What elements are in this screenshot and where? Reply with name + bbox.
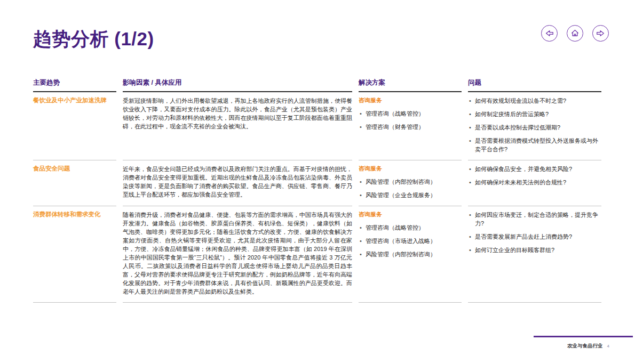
column-header-factors: 影响因素 / 具体应用	[123, 78, 352, 92]
solutions-cell: 咨询服务 风险管理（内部控制咨询） 风险管理（企业合规服务）	[359, 160, 462, 206]
solutions-cell: 咨询服务 管理咨询（战略管控） 管理咨询（财务管理）	[359, 92, 462, 160]
solution-item: 管理咨询（战略管控）	[359, 109, 462, 118]
questions-cell: 如何因应市场变迁，制定合适的策略，提升竞争力? 是否需要发展新产品去赶上消费趋势…	[468, 206, 601, 303]
footer-section-label: 农业与食品行业	[567, 343, 603, 350]
solution-category: 咨询服务	[359, 165, 462, 173]
question-item: 如何有效规划现金流以备不时之需?	[468, 96, 601, 105]
question-item: 如何订立企业的目标顾客群组?	[468, 246, 601, 254]
questions-list: 如何因应市场变迁，制定合适的策略，提升竞争力? 是否需要发展新产品去赶上消费趋势…	[468, 211, 601, 254]
solution-item: 管理咨询（财务管理）	[359, 123, 462, 131]
table-row: 食品安全问题 近年来，食品安全问题已经成为消费者以及政府部门关注的重点。而基于对…	[33, 160, 601, 206]
solutions-cell: 咨询服务 管理咨询（战略管控） 管理咨询（市场进入战略） 风险管理（内部控制咨询…	[359, 206, 462, 303]
solutions-list: 管理咨询（战略管控） 管理咨询（财务管理）	[359, 109, 462, 131]
solution-item: 管理咨询（市场进入战略）	[359, 237, 462, 245]
questions-list: 如何有效规划现金流以备不时之需? 如何制定疫情后的营运策略? 是否要以成本控制去…	[468, 96, 601, 153]
question-item: 如何制定疫情后的营运策略?	[468, 110, 601, 118]
footer-accent-line	[534, 336, 633, 337]
question-item: 如何因应市场变迁，制定合适的策略，提升竞争力?	[468, 211, 601, 228]
solutions-list: 风险管理（内部控制咨询） 风险管理（企业合规服务）	[359, 177, 462, 199]
solution-category: 咨询服务	[359, 211, 462, 219]
table-row: 餐饮业及中小产业加速洗牌 受新冠疫情影响，人们外出用餐欲望减退，再加上各地政府实…	[33, 92, 601, 160]
question-item: 是否需要发展新产品去赶上消费趋势?	[468, 232, 601, 241]
factors-text: 近年来，食品安全问题已经成为消费者以及政府部门关注的重点。而基于对疫情的担忧，消…	[123, 160, 352, 206]
column-header-trend: 主要趋势	[33, 78, 116, 92]
factors-text: 随着消费升级，消费者对食品健康、便捷、包装等方面的需求增高，中国市场具有强大的开…	[123, 206, 352, 303]
trend-table: 主要趋势 影响因素 / 具体应用 解决方案 问题 餐饮业及中小产业加速洗牌 受新…	[33, 78, 601, 303]
solution-item: 风险管理（内部控制咨询）	[359, 250, 462, 258]
column-header-questions: 问题	[468, 78, 601, 92]
solution-category: 咨询服务	[359, 96, 462, 104]
solutions-list: 管理咨询（战略管控） 管理咨询（市场进入战略） 风险管理（内部控制咨询）	[359, 223, 462, 258]
prev-slide-button[interactable]	[541, 25, 558, 42]
question-item: 是否需要根据消费模式转型投入外送服务或与外卖平台合作?	[468, 136, 601, 153]
home-button[interactable]	[567, 25, 583, 42]
trend-label: 食品安全问题	[33, 160, 116, 206]
solution-item: 风险管理（企业合规服务）	[359, 191, 462, 199]
home-icon	[570, 28, 580, 38]
footer-page-number: 4	[607, 344, 609, 349]
questions-list: 如何确保食品安全，并避免相关风险? 如何确保对未来相关法例的合规性?	[468, 165, 601, 187]
table-header-row: 主要趋势 影响因素 / 具体应用 解决方案 问题	[33, 78, 601, 92]
question-item: 是否要以成本控制去撑过低潮期?	[468, 123, 601, 132]
next-slide-button[interactable]	[592, 25, 609, 42]
slide: 趋势分析 (1/2)	[0, 0, 635, 364]
arrow-right-icon	[596, 28, 606, 38]
solution-item: 风险管理（内部控制咨询）	[359, 177, 462, 186]
trend-label: 餐饮业及中小产业加速洗牌	[33, 92, 116, 160]
page-title: 趋势分析 (1/2)	[33, 27, 154, 52]
question-item: 如何确保食品安全，并避免相关风险?	[468, 165, 601, 173]
slide-footer: 农业与食品行业 4	[534, 336, 633, 350]
factors-text: 受新冠疫情影响，人们外出用餐欲望减退，再加上各地政府实行的人流管制措施，使得餐饮…	[123, 92, 352, 160]
trend-label: 消费群体转移和需求变化	[33, 206, 116, 303]
solution-item: 管理咨询（战略管控）	[359, 223, 462, 232]
questions-cell: 如何有效规划现金流以备不时之需? 如何制定疫情后的营运策略? 是否要以成本控制去…	[468, 92, 601, 160]
column-header-solutions: 解决方案	[359, 78, 462, 92]
questions-cell: 如何确保食品安全，并避免相关风险? 如何确保对未来相关法例的合规性?	[468, 160, 601, 206]
question-item: 如何确保对未来相关法例的合规性?	[468, 178, 601, 187]
nav-controls	[541, 25, 609, 42]
table-row: 消费群体转移和需求变化 随着消费升级，消费者对食品健康、便捷、包装等方面的需求增…	[33, 206, 601, 303]
arrow-left-icon	[544, 28, 554, 38]
